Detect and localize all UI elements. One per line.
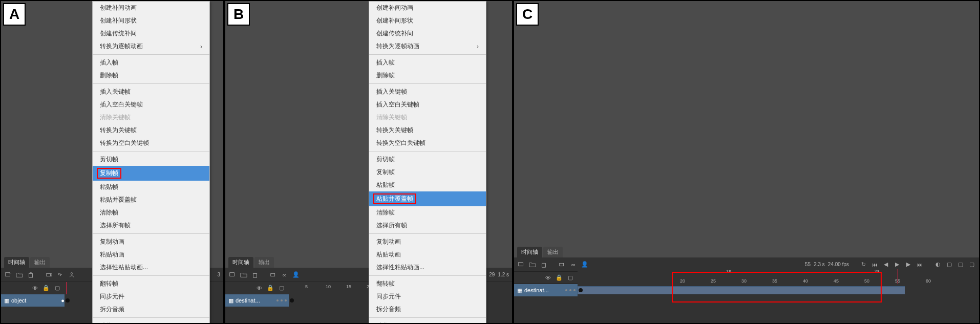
marker3-icon[interactable]: ▢ [968,261,976,269]
marker-icon[interactable]: ▢ [945,261,953,269]
menu-item[interactable]: 剪切帧 [369,153,486,166]
folder-icon[interactable] [528,261,537,269]
menu-item[interactable]: 复制帧 [369,166,486,179]
menu-item[interactable]: 复制动画 [369,235,486,248]
menu-item[interactable]: 粘贴动画 [369,248,486,261]
menu-item[interactable]: 选择性粘贴动画... [93,261,209,274]
svg-rect-7 [519,262,523,266]
outline-icon[interactable]: ▢ [53,284,61,292]
menu-item[interactable]: 动作 [93,319,209,324]
camera-icon[interactable] [558,261,566,269]
link-icon[interactable]: ∞ [569,261,578,269]
menu-item[interactable]: 删除帧 [93,69,209,82]
trash-icon[interactable] [27,271,35,279]
lock-icon[interactable]: 🔒 [42,284,50,292]
add-layer-icon[interactable] [517,261,525,269]
camera-icon[interactable] [45,271,53,279]
menu-item[interactable]: 选择所有帧 [369,219,486,232]
menu-item[interactable]: 插入帧 [93,56,209,69]
play-first-icon[interactable]: ⏮ [870,261,879,269]
menu-item[interactable]: 转换为空白关键帧 [93,137,209,149]
trash-icon[interactable] [540,261,548,269]
tab-timeline[interactable]: 时间轴 [228,257,253,268]
menu-item[interactable]: 清除帧 [93,206,209,219]
menu-item[interactable]: 转换为关键帧 [93,124,209,137]
folder-icon[interactable] [240,271,248,279]
menu-item[interactable]: 粘贴帧 [93,181,209,193]
layer-destination[interactable]: ▦ destinat... [514,284,578,296]
tab-timeline[interactable]: 时间轴 [4,257,29,268]
menu-item[interactable]: 转换为关键帧 [369,124,486,137]
keyframe-marker[interactable] [290,298,294,303]
menu-item[interactable]: 插入空白关键帧 [93,98,209,111]
menu-item[interactable]: 转换为空白关键帧 [369,137,486,149]
menu-item[interactable]: 粘贴并覆盖帧 [369,191,486,206]
menu-item[interactable]: 创建补间形状 [93,14,209,27]
camera-icon[interactable] [269,271,278,279]
menu-item[interactable]: 创建传统补间 [369,27,486,40]
marker2-icon[interactable]: ▢ [956,261,965,269]
menu-item[interactable]: 转换为逐帧动画 [369,40,486,53]
lock-icon[interactable]: 🔒 [555,274,563,282]
eye-icon[interactable]: 👁 [255,284,263,292]
menu-item[interactable]: 创建补间动画 [93,2,209,14]
menu-item[interactable]: 翻转帧 [369,277,486,290]
link-icon[interactable] [56,271,65,279]
person-icon[interactable]: 👤 [581,261,589,269]
menu-item[interactable]: 创建补间动画 [369,2,486,14]
person-icon[interactable]: 👤 [292,271,300,279]
menu-item[interactable]: 转换为逐帧动画 [93,40,209,53]
menu-item[interactable]: 复制帧 [93,166,209,181]
menu-item[interactable]: 同步元件 [369,290,486,303]
eye-icon[interactable]: 👁 [31,284,39,292]
menu-item[interactable]: 拆分音频 [369,303,486,316]
frames-span[interactable] [578,286,905,294]
outline-icon[interactable]: ▢ [278,284,286,292]
menu-item[interactable]: 复制动画 [93,235,209,248]
menu-item[interactable]: 选择所有帧 [93,219,209,232]
menu-item[interactable]: 插入帧 [369,56,486,69]
play-icon[interactable]: ▶ [893,261,901,269]
tab-output[interactable]: 输出 [543,247,563,257]
keyframe-marker[interactable] [579,288,583,292]
layer-object[interactable]: ▦ object ● [1,294,65,307]
lock-icon[interactable]: 🔒 [266,284,274,292]
keyframe-marker[interactable] [66,298,70,303]
step-fwd-icon[interactable]: ▶ [904,261,912,269]
menu-item[interactable]: 粘贴动画 [93,248,209,261]
playhead[interactable] [66,282,67,294]
play-last-icon[interactable]: ⏭ [915,261,924,269]
outline-icon[interactable]: ▢ [566,274,574,282]
tab-output[interactable]: 输出 [254,257,274,268]
menu-item[interactable]: 剪切帧 [93,153,209,166]
menu-item[interactable]: 插入空白关键帧 [369,98,486,111]
person-icon[interactable] [68,271,76,279]
add-layer-icon[interactable] [4,271,12,279]
tab-output[interactable]: 输出 [30,257,50,268]
menu-item[interactable]: 创建补间形状 [369,14,486,27]
menu-item[interactable]: 选择性粘贴动画... [369,261,486,274]
layer-destination[interactable]: ▦ destinat... [225,294,289,307]
menu-item[interactable]: 创建传统补间 [93,27,209,40]
menu-item[interactable]: 翻转帧 [93,277,209,290]
add-layer-icon[interactable] [228,271,237,279]
eye-icon[interactable]: 👁 [544,274,552,282]
menu-item[interactable]: 粘贴并覆盖帧 [93,193,209,206]
layer-track[interactable] [578,284,979,296]
menu-item[interactable]: 清除帧 [369,206,486,219]
panel-label-c: C [516,3,539,26]
menu-item[interactable]: 拆分音频 [93,303,209,316]
menu-item[interactable]: 插入关键帧 [369,85,486,98]
menu-item[interactable]: 插入关键帧 [93,85,209,98]
menu-item[interactable]: 删除帧 [369,69,486,82]
menu-item[interactable]: 同步元件 [93,290,209,303]
menu-item[interactable]: 动作 [369,319,486,324]
step-back-icon[interactable]: ◀ [882,261,890,269]
menu-item[interactable]: 粘贴帧 [369,179,486,191]
link-icon[interactable]: ∞ [281,271,289,279]
folder-icon[interactable] [15,271,24,279]
trash-icon[interactable] [251,271,259,279]
loop-icon[interactable]: ↻ [859,261,867,269]
tab-timeline[interactable]: 时间轴 [517,247,542,257]
onion-skin-icon[interactable]: ◐ [934,261,942,269]
